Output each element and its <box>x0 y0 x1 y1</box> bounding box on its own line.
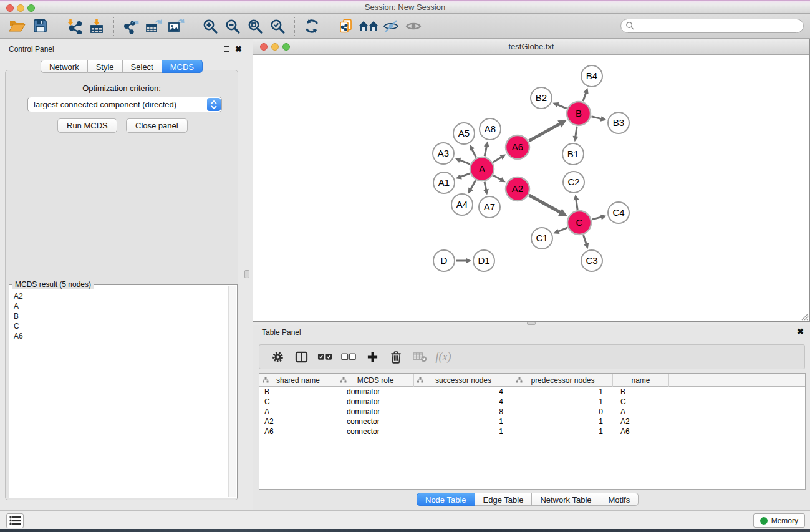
graph-node-A5[interactable]: A5 <box>453 123 475 144</box>
graph-node-C1[interactable]: C1 <box>531 228 552 249</box>
minimize-network-button[interactable] <box>271 43 279 51</box>
graph-node-A[interactable]: A <box>470 157 494 181</box>
graph-node-A1[interactable]: A1 <box>433 172 455 193</box>
result-item[interactable]: C <box>12 321 227 331</box>
graph-node-C4[interactable]: C4 <box>608 202 629 223</box>
result-item[interactable]: A2 <box>12 291 227 301</box>
float-table-panel-icon[interactable] <box>786 329 791 334</box>
import-table-button[interactable] <box>85 16 108 37</box>
graph-node-C[interactable]: C <box>567 211 591 235</box>
graph-edge-A2-C[interactable] <box>529 195 561 213</box>
graph-node-D[interactable]: D <box>433 250 455 271</box>
graph-node-B4[interactable]: B4 <box>581 65 602 87</box>
zoom-out-button[interactable] <box>221 16 244 37</box>
deselect-all-button[interactable] <box>337 346 360 367</box>
graph-edge-A-A1[interactable] <box>460 173 470 177</box>
column-header-name[interactable]: name <box>613 374 669 387</box>
column-header-predecessor-nodes[interactable]: predecessor nodes <box>513 374 613 387</box>
export-table-button[interactable] <box>142 16 165 37</box>
graph-edge-B-B1[interactable] <box>576 127 577 137</box>
column-header-shared-name[interactable]: shared name <box>259 374 337 387</box>
vertical-split-divider[interactable] <box>243 39 253 510</box>
graph-edge-A-A4[interactable] <box>470 180 476 190</box>
graph-node-B1[interactable]: B1 <box>562 143 584 165</box>
graph-node-B3[interactable]: B3 <box>608 112 629 133</box>
tab-node-table[interactable]: Node Table <box>417 493 475 506</box>
graph-edge-A-A8[interactable] <box>485 145 486 156</box>
tab-network[interactable]: Network <box>41 60 88 73</box>
graph-node-A7[interactable]: A7 <box>479 196 500 218</box>
graph-edge-A-A7[interactable] <box>485 182 486 191</box>
graph-edge-B-B3[interactable] <box>591 117 602 119</box>
result-item[interactable]: B <box>12 311 227 321</box>
table-row[interactable]: Adominator80A <box>259 407 805 417</box>
delete-column-button[interactable] <box>384 346 408 367</box>
close-panel-button[interactable]: Close panel <box>126 118 188 133</box>
add-column-button[interactable] <box>360 346 384 367</box>
graph-node-C3[interactable]: C3 <box>581 250 602 271</box>
tab-select[interactable]: Select <box>123 60 162 73</box>
network-from-file-button[interactable] <box>335 16 357 37</box>
tab-style[interactable]: Style <box>88 60 123 73</box>
optimization-criterion-dropdown[interactable]: largest connected component (directed) <box>27 97 222 112</box>
close-panel-icon[interactable]: ✖ <box>235 46 242 52</box>
graph-edge-A-A2[interactable] <box>493 175 501 180</box>
graph-node-D1[interactable]: D1 <box>473 250 494 271</box>
open-session-button[interactable] <box>6 16 29 37</box>
graph-node-A4[interactable]: A4 <box>451 194 473 215</box>
table-row[interactable]: A6connector11A6 <box>259 427 805 437</box>
zoom-in-button[interactable] <box>199 16 221 37</box>
close-table-panel-icon[interactable]: ✖ <box>797 328 804 335</box>
format-column-button[interactable] <box>289 346 313 367</box>
result-scrollbar[interactable] <box>228 286 236 497</box>
export-image-button[interactable] <box>165 16 187 37</box>
column-header-MCDS-role[interactable]: MCDS role <box>337 374 414 387</box>
tab-edge-table[interactable]: Edge Table <box>475 493 533 506</box>
close-network-button[interactable] <box>260 43 268 51</box>
search-input[interactable] <box>635 21 791 31</box>
graph-edge-C-C2[interactable] <box>576 199 577 210</box>
export-network-button[interactable] <box>120 16 142 37</box>
home-button[interactable] <box>357 16 380 37</box>
graph-node-A8[interactable]: A8 <box>480 118 501 140</box>
hide-panel-button[interactable] <box>380 16 402 37</box>
network-canvas[interactable]: AA1A2A3A4A5A6A7A8BB1B2B3B4CC1C2C3C4DD1 <box>253 55 809 321</box>
zoom-network-button[interactable] <box>282 43 290 51</box>
graph-node-A3[interactable]: A3 <box>433 143 454 164</box>
minimize-window-button[interactable] <box>17 4 24 12</box>
graph-edge-A6-B[interactable] <box>529 123 561 141</box>
tab-mcds[interactable]: MCDS <box>162 60 203 73</box>
function-builder-button[interactable]: f(x) <box>432 346 455 367</box>
graph-edge-B-B4[interactable] <box>583 92 586 101</box>
tab-network-table[interactable]: Network Table <box>532 493 600 506</box>
graph-edge-A-A6[interactable] <box>493 157 502 162</box>
zoom-window-button[interactable] <box>27 4 35 12</box>
memory-button[interactable]: Memory <box>753 513 805 528</box>
table-row[interactable]: A2connector11A2 <box>259 417 805 427</box>
column-header-successor-nodes[interactable]: successor nodes <box>414 374 513 387</box>
result-item[interactable]: A <box>12 301 227 311</box>
zoom-fit-button[interactable] <box>244 16 266 37</box>
refresh-view-button[interactable] <box>301 16 323 37</box>
graph-node-A2[interactable]: A2 <box>506 177 529 201</box>
table-row[interactable]: Cdominator41C <box>259 397 805 407</box>
graph-edge-A-A5[interactable] <box>471 148 476 157</box>
import-network-button[interactable] <box>63 16 85 37</box>
tab-motifs[interactable]: Motifs <box>600 493 639 506</box>
graph-edge-A-A3[interactable] <box>459 160 470 164</box>
table-row[interactable]: Bdominator41B <box>259 387 805 397</box>
zoom-selected-button[interactable] <box>266 16 289 37</box>
split-divider-handle[interactable] <box>244 270 249 278</box>
graph-edge-C-C1[interactable] <box>557 228 567 232</box>
resize-grip[interactable] <box>800 312 809 321</box>
save-session-button[interactable] <box>29 16 51 37</box>
column-settings-button[interactable] <box>266 346 289 367</box>
task-history-button[interactable] <box>6 513 24 528</box>
select-all-button[interactable] <box>313 346 337 367</box>
graph-node-C2[interactable]: C2 <box>563 172 584 193</box>
float-panel-icon[interactable] <box>224 46 229 52</box>
delete-table-button[interactable] <box>408 346 432 367</box>
show-panel-button[interactable] <box>402 16 425 37</box>
graph-edge-C-C4[interactable] <box>592 217 602 220</box>
search-field[interactable] <box>620 19 804 33</box>
